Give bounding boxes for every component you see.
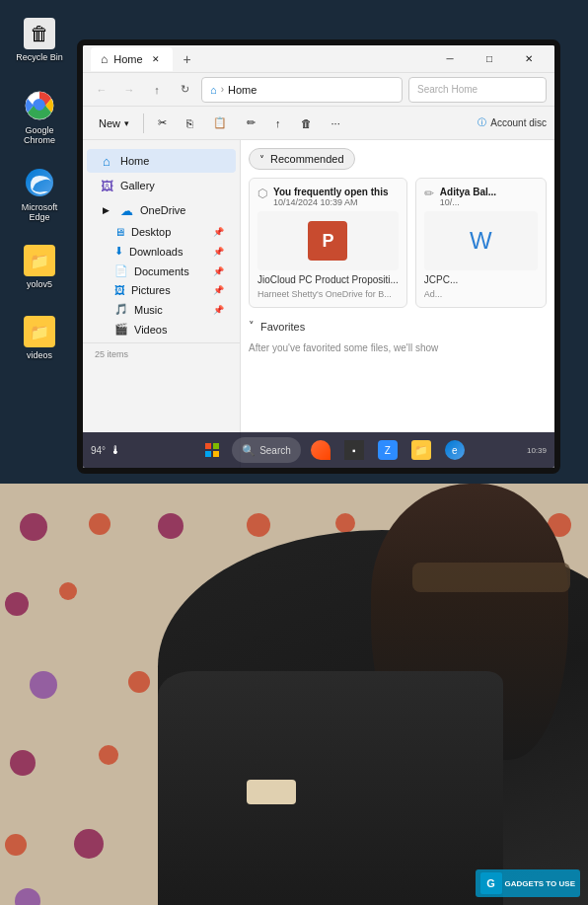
downloads-pin-icon: 📌 [213,247,224,257]
desktop-sidebar-icon: 🖥 [114,226,125,238]
file-card-2-name: JCPC... [424,274,538,285]
videos-sidebar-label: Videos [134,324,167,336]
start-button[interactable] [198,436,226,464]
close-button[interactable]: ✕ [511,46,547,72]
onedrive-expander-icon: ▶ [99,203,112,217]
account-disc-label: Account disc [490,117,547,128]
window-controls: ─ □ ✕ [432,46,547,72]
desktop-icon-recycle-bin[interactable]: 🗑 Recycle Bin [14,18,65,62]
downloads-sidebar-label: Downloads [129,246,183,258]
onedrive-sidebar-label: OneDrive [140,204,185,216]
cut-button[interactable]: ✂ [150,111,175,136]
info-icon: ⓘ [478,116,486,129]
taskbar-icon-1[interactable] [307,436,334,464]
edge-taskbar-icon: e [445,440,465,460]
file-card-2-subtitle: 10/... [440,197,538,207]
forward-button[interactable]: → [118,79,140,101]
search-placeholder: Search Home [417,84,478,95]
paste-icon: 📋 [213,116,227,129]
edge-label: Microsoft Edge [14,202,65,222]
watermark: G GADGETS TO USE [476,869,580,897]
home-sidebar-label: Home [120,155,149,167]
path-home: Home [228,84,257,96]
share-button[interactable]: ↑ [267,111,289,136]
taskbar-icon-2[interactable]: ▪ [340,436,368,464]
toolbar-separator-1 [143,113,144,133]
sidebar-item-documents[interactable]: 📄 Documents 📌 [103,262,236,280]
taskbar-icon-zoom[interactable]: Z [374,436,402,464]
chrome-icon [23,89,56,122]
search-taskbar[interactable]: 🔍 Search [232,437,301,463]
items-count: 25 items [83,342,240,365]
documents-pin-icon: 📌 [213,266,224,276]
explorer-tab[interactable]: ⌂ Home ✕ [91,47,173,71]
paste-button[interactable]: 📋 [205,111,235,136]
desktop-icon-edge[interactable]: Microsoft Edge [14,166,65,222]
svg-point-2 [35,101,44,111]
delete-button[interactable]: 🗑 [293,111,320,136]
minimize-button[interactable]: ─ [432,46,468,72]
copy-button[interactable]: ⎘ [179,111,201,136]
sidebar-item-videos[interactable]: 🎬 Videos [103,320,236,339]
sidebar-item-pictures[interactable]: 🖼 Pictures 📌 [103,281,236,299]
desktop-icon-yolo[interactable]: 📁 yolov5 [14,245,65,289]
windows-logo [205,443,219,457]
back-button[interactable]: ← [91,79,112,101]
home-sidebar-icon: ⌂ [99,153,114,169]
refresh-button[interactable]: ↻ [174,79,195,101]
videos-folder-icon: 📁 [24,316,55,347]
up-button[interactable]: ↑ [146,79,168,101]
yolo-folder-icon: 📁 [24,245,55,276]
rename-button[interactable]: ✏ [239,111,263,136]
file-card-1-subtitle: 10/14/2024 10:39 AM [273,197,399,207]
sidebar-item-desktop[interactable]: 🖥 Desktop 📌 [103,223,236,241]
pictures-sidebar-icon: 🖼 [114,284,125,296]
gallery-sidebar-icon: 🖼 [99,178,114,193]
tab-area: ⌂ Home ✕ + [91,47,432,71]
search-box[interactable]: Search Home [408,77,547,103]
sidebar-item-music[interactable]: 🎵 Music 📌 [103,300,236,319]
pictures-sidebar-label: Pictures [131,284,171,296]
documents-sidebar-label: Documents [134,265,189,277]
sidebar-item-home[interactable]: ⌂ Home [87,149,236,173]
file-grid: ⬡ You frequently open this 10/14/2024 10… [249,178,547,308]
taskbar-icon-edge2[interactable]: e [441,436,469,464]
search-taskbar-icon: 🔍 [242,444,256,457]
file-card-1[interactable]: ⬡ You frequently open this 10/14/2024 10… [249,178,407,308]
content-area[interactable]: ˅ Recommended ⬡ You frequently open this [241,140,554,468]
time-label: 10:39 [527,446,547,455]
file-card-1-name: JioCloud PC Product Propositi... [257,274,399,285]
new-button[interactable]: New ▾ [91,111,137,136]
file-card-1-info: You frequently open this 10/14/2024 10:3… [273,187,399,207]
file-card-1-meta: Harneet Shetty's OneDrive for B... [257,289,399,299]
new-tab-button[interactable]: + [177,48,198,70]
favorites-label: Favorites [260,321,305,333]
home-tab-label: Home [113,53,142,65]
recommended-section-header: ˅ Recommended [249,148,547,170]
person-glasses [412,563,570,592]
file-card-2-top: ✏ Aditya Bal... 10/... [424,187,538,207]
delete-icon: 🗑 [301,117,312,129]
home-icon-address: ⌂ [210,84,217,96]
file-explorer: ⌂ Home ✕ + ─ □ ✕ ← → ↑ ↻ [83,45,554,468]
watermark-text: GADGETS TO USE [505,879,575,888]
tab-close-button[interactable]: ✕ [149,52,163,66]
maximize-button[interactable]: □ [472,46,507,72]
desktop-icon-chrome[interactable]: Google Chrome [14,89,65,145]
address-path[interactable]: ⌂ › Home [201,77,403,103]
file-card-2-title: Aditya Bal... [440,187,538,197]
file-card-2[interactable]: ✏ Aditya Bal... 10/... W JCPC... Ad... [415,178,547,308]
sidebar-sub-items: 🖥 Desktop 📌 ⬇ Downloads 📌 📄 Documents [83,223,240,339]
taskbar-icon-files[interactable]: 📁 [407,436,435,464]
sidebar-item-onedrive[interactable]: ▶ ☁ OneDrive [87,198,236,222]
recommended-toggle[interactable]: ˅ Recommended [249,148,355,170]
sidebar-item-gallery[interactable]: 🖼 Gallery [87,174,236,197]
sidebar-item-downloads[interactable]: ⬇ Downloads 📌 [103,242,236,261]
file-card-1-freq-icon: ⬡ [257,187,267,200]
chrome-label: Google Chrome [14,125,65,145]
toolbar: New ▾ ✂ ⎘ 📋 ✏ ↑ 🗑 ··· ⓘ Account disc [83,107,554,140]
more-button[interactable]: ··· [324,111,348,136]
favorites-section: ˅ Favorites After you've favorited some … [249,320,547,357]
desktop-icon-videos[interactable]: 📁 videos [14,316,65,360]
main-area: ⌂ Home 🖼 Gallery ▶ ☁ OneDrive 🖥 [83,140,554,468]
